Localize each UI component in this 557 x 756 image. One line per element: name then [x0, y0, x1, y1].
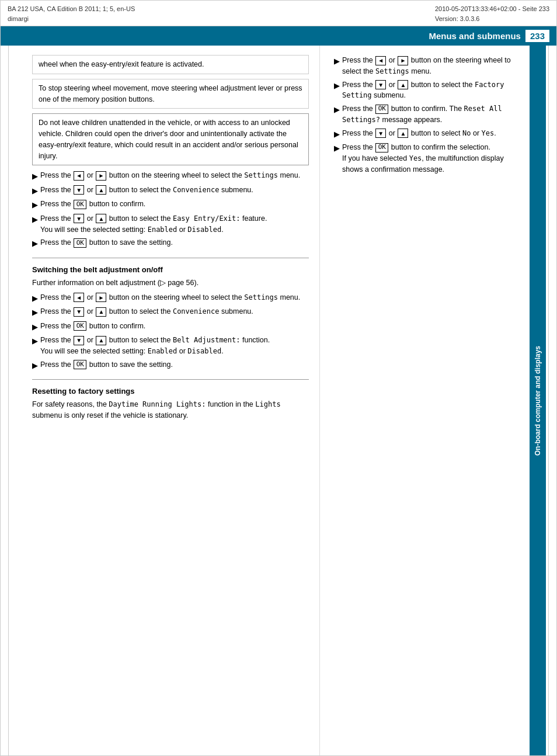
section-heading-belt: Switching the belt adjustment on/off — [32, 265, 309, 274]
section-para-factory: For safety reasons, the Daytime Running … — [32, 399, 309, 421]
list-item: ▶ Press the OK button to save the settin… — [32, 359, 309, 372]
info-text-2: To stop steering wheel movement, move st… — [39, 84, 302, 103]
page-header: BA 212 USA, CA Edition B 2011; 1; 5, en-… — [1, 1, 556, 26]
bullet-text: Press the OK button to confirm the selec… — [342, 142, 519, 175]
info-box-1: wheel when the easy-entry/exit feature i… — [32, 55, 309, 74]
list-item: ▶ Press the OK button to confirm the sel… — [334, 142, 519, 175]
btn-ok: OK — [74, 238, 86, 248]
list-item: ▶ Press the OK button to confirm. — [32, 321, 309, 333]
btn-down: ▼ — [375, 80, 386, 89]
btn-down: ▼ — [74, 307, 84, 317]
section-divider — [32, 258, 309, 258]
inline-mono: Reset All Settings? — [342, 105, 502, 124]
list-item: ▶ Press the ▼ or ▲ button to select the … — [334, 79, 519, 102]
list-item: ▶ Press the ▼ or ▲ button to select the … — [32, 185, 309, 197]
btn-right: ► — [96, 293, 106, 302]
bullet-text: Press the ◄ or ► button on the steering … — [342, 55, 519, 77]
list-item: ▶ Press the ▼ or ▲ button to select the … — [32, 306, 309, 318]
btn-down: ▼ — [74, 185, 84, 195]
bullet-text: Press the ◄ or ► button on the steering … — [40, 292, 309, 303]
left-border — [1, 46, 9, 755]
inline-mono: Settings — [244, 171, 278, 179]
inline-mono: Disabled — [187, 347, 221, 355]
header-right: 2010-05-20T13:33:46+02:00 - Seite 233 Ve… — [435, 4, 549, 23]
bullet-icon: ▶ — [32, 199, 38, 211]
warning-text: Do not leave children unattended in the … — [39, 119, 298, 159]
bullet-icon: ▶ — [32, 214, 38, 226]
btn-ok: OK — [74, 200, 86, 209]
inline-mono: Easy Entry/Exit: — [173, 214, 241, 223]
bullet-icon: ▶ — [32, 293, 38, 304]
list-item: ▶ Press the ▼ or ▲ button to select the … — [32, 335, 309, 357]
header-author: dimargi — [8, 14, 135, 24]
btn-left: ◄ — [375, 56, 386, 65]
bullet-text: Press the ▼ or ▲ button to select No or … — [342, 128, 519, 139]
btn-up: ▲ — [96, 307, 106, 317]
inline-mono: Settings — [375, 67, 409, 75]
bullet-text: Press the OK button to confirm. — [40, 321, 309, 332]
bullet-text: Press the ▼ or ▲ button to select the Ea… — [40, 213, 309, 235]
page-title: Menus and submenus — [8, 31, 525, 41]
bullet-text: Press the ▼ or ▲ button to select the Co… — [40, 185, 309, 196]
bullet-icon: ▶ — [334, 56, 340, 67]
inline-mono: No — [462, 129, 471, 137]
btn-up: ▲ — [96, 336, 106, 345]
btn-left: ◄ — [74, 171, 84, 181]
section-para-belt: Further information on belt adjustment (… — [32, 278, 309, 289]
btn-up: ▲ — [398, 129, 408, 138]
inline-mono: Lights — [255, 400, 280, 408]
bullet-text: Press the ◄ or ► button on the steering … — [40, 170, 309, 181]
btn-up: ▲ — [96, 214, 106, 223]
bullet-icon: ▶ — [32, 335, 38, 347]
bullet-icon: ▶ — [334, 143, 340, 154]
bullet-icon: ▶ — [334, 80, 340, 92]
bullet-icon: ▶ — [32, 307, 38, 318]
list-item: ▶ Press the ◄ or ► button on the steerin… — [32, 292, 309, 304]
bullet-text: Press the OK button to confirm. — [40, 199, 309, 210]
list-item: ▶ Press the OK button to confirm. — [32, 199, 309, 211]
sidebar-label: On-board computer and displays — [530, 46, 546, 755]
list-item: ▶ Press the ▼ or ▲ button to select the … — [32, 213, 309, 235]
header-date: 2010-05-20T13:33:46+02:00 - Seite 233 — [435, 4, 549, 14]
inline-mono: Disabled — [187, 226, 221, 234]
inline-mono: Factory Setting — [342, 81, 504, 100]
bullet-text: Press the OK button to save the setting. — [40, 237, 309, 248]
title-bar: Menus and submenus 233 — [1, 26, 556, 46]
bullet-icon: ▶ — [334, 129, 340, 140]
inline-mono: Daytime Running Lights: — [109, 400, 206, 408]
bullet-text: Press the OK button to save the setting. — [40, 359, 309, 370]
right-border — [548, 46, 556, 755]
bullet-icon: ▶ — [32, 321, 38, 333]
section-heading-factory: Resetting to factory settings — [32, 387, 309, 396]
header-doc-id: BA 212 USA, CA Edition B 2011; 1; 5, en-… — [8, 4, 135, 14]
inline-mono: Convenience — [173, 186, 219, 194]
belt-bullets: ▶ Press the ◄ or ► button on the steerin… — [32, 292, 309, 372]
btn-down: ▼ — [74, 214, 84, 223]
inline-mono: Enabled — [148, 226, 177, 234]
btn-up: ▲ — [398, 80, 408, 89]
info-box-2: To stop steering wheel movement, move st… — [32, 79, 309, 109]
btn-right: ► — [96, 171, 106, 181]
inline-mono: Settings — [244, 293, 278, 301]
list-item: ▶ Press the ◄ or ► button on the steerin… — [334, 55, 519, 77]
list-item: ▶ Press the OK button to confirm. The Re… — [334, 103, 519, 126]
bullet-text: Press the ▼ or ▲ button to select the Fa… — [342, 79, 519, 102]
btn-ok: OK — [74, 360, 86, 369]
bullet-icon: ▶ — [32, 238, 38, 249]
warning-box: Do not leave children unattended in the … — [32, 113, 309, 165]
btn-left: ◄ — [74, 293, 84, 302]
btn-ok: OK — [375, 143, 388, 152]
btn-down: ▼ — [375, 129, 386, 138]
list-item: ▶ Press the ◄ or ► button on the steerin… — [32, 170, 309, 182]
inline-mono: Yes — [409, 154, 422, 162]
list-item: ▶ Press the ▼ or ▲ button to select No o… — [334, 128, 519, 140]
section-divider-2 — [32, 379, 309, 380]
btn-up: ▲ — [96, 185, 106, 195]
bullet-icon: ▶ — [32, 171, 38, 182]
btn-ok: OK — [74, 321, 86, 331]
inline-mono: Belt Adjustment: — [173, 336, 241, 344]
btn-down: ▼ — [74, 336, 84, 345]
inline-mono: Convenience — [173, 307, 219, 315]
btn-right: ► — [398, 56, 408, 65]
bullet-text: Press the ▼ or ▲ button to select the Co… — [40, 306, 309, 317]
